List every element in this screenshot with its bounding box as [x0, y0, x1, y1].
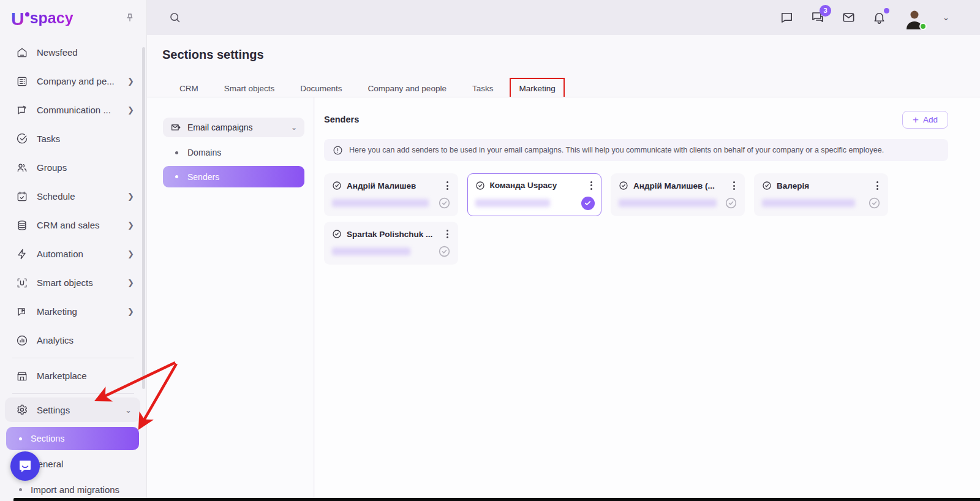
chevron-down-icon[interactable]: ⌄: [943, 13, 949, 22]
chevron-right-icon: ❯: [127, 307, 134, 316]
blurred-email: [619, 199, 717, 207]
tab-company-and-people[interactable]: Company and people: [355, 84, 459, 93]
sidebar-item-label: Smart objects: [37, 277, 93, 288]
sender-default-toggle[interactable]: [438, 197, 451, 209]
sender-cards-grid: Андрій Малишев Команда Uspacy: [324, 173, 973, 265]
user-avatar[interactable]: [903, 6, 926, 29]
uspacy-logo[interactable]: U spacy: [11, 10, 74, 28]
tasks-icon: [15, 132, 29, 146]
sidebar-item-label: Schedule: [37, 191, 75, 202]
subnav-item-senders[interactable]: Senders: [163, 166, 304, 187]
sender-default-toggle[interactable]: [438, 245, 451, 258]
sender-default-toggle[interactable]: [725, 197, 737, 209]
page-title: Sections settings: [162, 48, 264, 62]
plus-icon: +: [913, 115, 919, 125]
sender-default-toggle[interactable]: [868, 197, 881, 209]
topbar: 3 ⌄: [147, 0, 980, 35]
sidebar-item-tasks[interactable]: Tasks: [0, 124, 146, 153]
search-icon[interactable]: [168, 11, 181, 24]
sidebar-item-label: Newsfeed: [37, 47, 78, 58]
tab-marketing[interactable]: Marketing: [506, 84, 568, 93]
sidebar-item-label: Marketplace: [37, 371, 87, 381]
group-chats-icon[interactable]: 3: [810, 10, 825, 25]
sidebar-item-label: Tasks: [37, 134, 60, 144]
analytics-icon: [15, 334, 29, 347]
kebab-menu-icon[interactable]: [444, 180, 451, 191]
sidebar-item-schedule[interactable]: Schedule ❯: [0, 182, 146, 211]
tab-tasks[interactable]: Tasks: [459, 84, 507, 93]
chevron-down-icon: ⌄: [125, 405, 132, 415]
sidebar-item-groups[interactable]: Groups: [0, 153, 146, 182]
tab-label: Marketing: [519, 84, 555, 93]
chevron-right-icon: ❯: [127, 77, 134, 86]
sender-name: Команда Uspacy: [490, 181, 557, 190]
sidebar-item-label: CRM and sales: [37, 220, 100, 230]
sidebar-item-communication[interactable]: Communication ... ❯: [0, 96, 146, 124]
gear-icon: [15, 403, 29, 416]
chevron-down-icon: ⌄: [291, 123, 297, 132]
sidebar-scrollbar[interactable]: [142, 47, 145, 389]
chats-badge: 3: [820, 5, 831, 17]
sidebar-item-settings[interactable]: Settings ⌄: [5, 397, 140, 422]
tab-documents[interactable]: Documents: [287, 84, 355, 93]
chat-widget-button[interactable]: [10, 451, 40, 481]
kebab-menu-icon[interactable]: [588, 180, 595, 191]
sidebar-item-marketplace[interactable]: Marketplace: [0, 361, 146, 390]
sidebar-item-label: Company and pe...: [37, 76, 115, 86]
sender-default-toggle-on[interactable]: [581, 197, 595, 210]
groups-icon: [15, 161, 29, 175]
tabs-bar: CRM Smart objects Documents Company and …: [167, 80, 568, 97]
sidebar-item-label: Automation: [37, 249, 83, 259]
logo-text: spacy: [30, 10, 74, 26]
sender-name: Spartak Polishchuk ...: [347, 230, 432, 239]
sidebar-item-analytics[interactable]: Analytics: [0, 326, 146, 355]
kebab-menu-icon[interactable]: [874, 180, 881, 191]
chevron-right-icon: ❯: [127, 192, 134, 201]
check-circle-icon: [332, 229, 342, 239]
bullet-icon: [175, 151, 178, 154]
sender-name: Андрій Малишев (...: [633, 181, 715, 190]
sender-card[interactable]: Андрій Малишев: [324, 173, 458, 216]
senders-heading: Senders: [324, 115, 359, 124]
sidebar-subitem-label: Import and migrations: [31, 484, 119, 495]
sender-card-selected[interactable]: Команда Uspacy: [467, 173, 601, 216]
newsfeed-icon: [15, 46, 29, 59]
sidebar-nav: Newsfeed Company and pe... ❯ Communicati…: [0, 34, 146, 501]
bullet-icon: [19, 488, 22, 491]
sender-card[interactable]: Spartak Polishchuk ...: [324, 222, 458, 265]
sidebar-item-marketing[interactable]: Marketing ❯: [0, 297, 146, 326]
window-bottom-edge: [13, 498, 980, 501]
pin-sidebar-icon[interactable]: [124, 12, 135, 26]
crm-icon: [15, 219, 29, 232]
blurred-email: [332, 247, 410, 255]
tab-smart-objects[interactable]: Smart objects: [211, 84, 288, 93]
blurred-email: [762, 199, 855, 207]
sidebar-item-crm-and-sales[interactable]: CRM and sales ❯: [0, 211, 146, 239]
email-campaigns-group[interactable]: Email campaigns ⌄: [163, 118, 304, 137]
chevron-right-icon: ❯: [127, 249, 134, 258]
automation-icon: [15, 247, 29, 261]
sidebar-item-company-and-people[interactable]: Company and pe... ❯: [0, 67, 146, 96]
sidebar-item-automation[interactable]: Automation ❯: [0, 239, 146, 268]
email-send-icon: [170, 122, 181, 133]
chat-icon[interactable]: [780, 10, 794, 24]
subnav-item-domains[interactable]: Domains: [163, 142, 304, 163]
sidebar-item-smart-objects[interactable]: Smart objects ❯: [0, 268, 146, 297]
info-banner: Here you can add senders to be used in y…: [324, 139, 948, 161]
kebab-menu-icon[interactable]: [444, 228, 451, 239]
sidebar-item-newsfeed[interactable]: Newsfeed: [0, 38, 146, 67]
chevron-right-icon: ❯: [127, 105, 134, 115]
notifications-bell-icon[interactable]: [872, 10, 886, 24]
chevron-right-icon: ❯: [127, 220, 134, 230]
logo-dot-icon: [25, 12, 29, 17]
sidebar-item-label: Marketing: [37, 306, 77, 317]
mail-icon[interactable]: [842, 10, 856, 24]
sender-card[interactable]: Андрій Малишев (...: [611, 173, 745, 216]
tab-crm[interactable]: CRM: [167, 84, 211, 93]
kebab-menu-icon[interactable]: [731, 180, 737, 191]
add-sender-button[interactable]: + Add: [902, 111, 948, 129]
sidebar-subitem-sections[interactable]: Sections: [6, 427, 139, 450]
senders-panel: Senders + Add Here you can add senders t…: [315, 97, 980, 501]
subnav-item-label: Senders: [187, 172, 219, 182]
sender-card[interactable]: Валерія: [754, 173, 888, 216]
